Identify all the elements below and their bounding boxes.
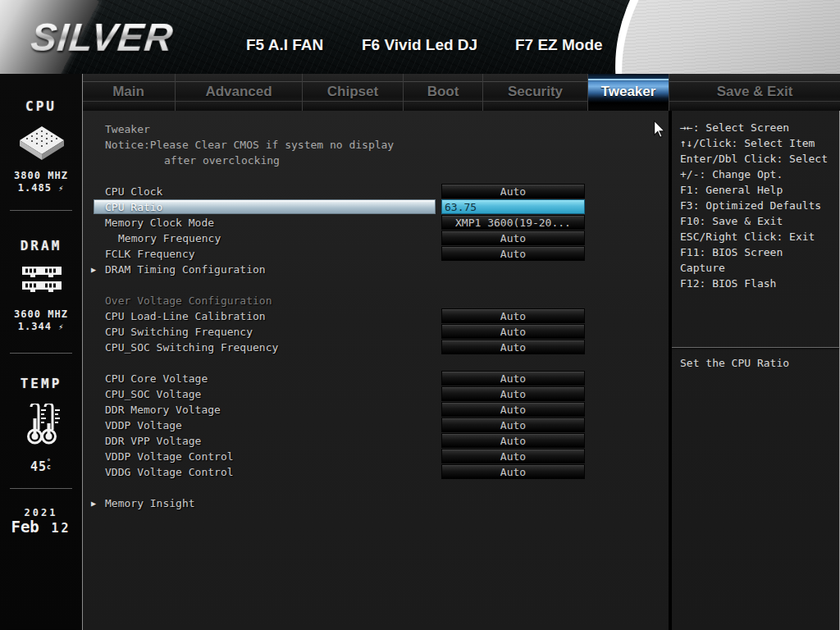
value-box[interactable]: Auto [441,433,585,448]
help-line: ESC/Right Click: Exit [680,231,815,243]
setting-row-vddg-voltage-control[interactable]: VDDG Voltage Control Auto [83,464,669,480]
submenu-row-dram-timing-configuration[interactable]: ▶ DRAM Timing Configuration [83,262,669,277]
value-box[interactable]: Auto [441,386,585,401]
tab-security[interactable]: Security [482,74,587,111]
notice-line-1: Notice:Please Clear CMOS if system no di… [105,139,394,151]
value-box[interactable]: 63.75 [441,199,585,214]
help-panel: →←: Select Screen ↑↓/Click: Select Item … [670,111,840,630]
setting-row-cpu-core-voltage[interactable]: CPU Core Voltage Auto [83,371,669,386]
date-day: 12 [51,521,71,536]
date-month: Feb [11,518,39,536]
help-divider [672,347,839,348]
value-box[interactable]: Auto [441,231,585,245]
help-line: +/-: Change Opt. [680,168,783,180]
dram-section-title: DRAM [0,238,82,253]
cpu-frequency: 3800 MHZ [0,170,82,181]
hotkey-f7-ez-mode[interactable]: F7 EZ Mode [515,36,603,54]
menu-tab-bar: Main Advanced Chipset Boot Security Twea… [82,74,840,111]
setting-row-cpu-clock[interactable]: CPU Clock Auto [83,184,669,199]
setting-row-fclk-frequency[interactable]: FCLK Frequency Auto [83,246,669,262]
cpu-voltage: 1.485 ⚡ [0,182,82,194]
page-title: Tweaker [105,123,150,135]
hotkey-f6-vivid-led-dj[interactable]: F6 Vivid Led DJ [362,36,477,54]
setting-row-cpu-ratio[interactable]: CPU Ratio 63.75 [83,199,669,215]
tab-advanced[interactable]: Advanced [175,74,302,111]
date-month-day: Feb 12 [0,518,82,536]
bolt-icon: ⚡ [58,184,64,193]
value-box[interactable]: Auto [441,371,585,386]
mouse-cursor [653,120,666,139]
date-year: 2021 [0,507,82,518]
setting-row-ddr-vpp-voltage[interactable]: DDR VPP Voltage Auto [83,433,669,449]
value-box[interactable]: Auto [441,324,585,339]
cpu-section-title: CPU [0,98,82,114]
item-description: Set the CPU Ratio [680,357,789,369]
sidebar-divider [10,488,72,489]
value-box[interactable]: Auto [441,246,585,261]
setting-row-memory-frequency[interactable]: Memory Frequency Auto [83,231,669,246]
setting-row-vddp-voltage-control[interactable]: VDDP Voltage Control Auto [83,449,669,464]
hotkey-f5-ai-fan[interactable]: F5 A.I FAN [246,36,323,54]
section-header-over-voltage: Over Voltage Configuration [83,293,669,308]
value-box[interactable]: Auto [441,340,585,354]
setting-row-cpu-load-line-calibration[interactable]: CPU Load-Line Calibration Auto [83,308,669,324]
setting-row-vddp-voltage[interactable]: VDDP Voltage Auto [83,418,669,433]
temperature-readout: 45°c [0,459,82,474]
submenu-arrow-icon: ▶ [91,495,96,511]
help-line: Capture [680,262,725,274]
submenu-row-memory-insight[interactable]: ▶ Memory Insight [83,495,669,511]
help-line: Enter/Dbl Click: Select [680,153,828,165]
tab-boot[interactable]: Boot [403,74,482,111]
notice-line-2: after overclocking [164,154,280,167]
silver-logo: SILVER [29,15,176,60]
bolt-icon: ⚡ [58,322,64,331]
cpu-chip-icon [18,125,66,162]
help-line: F3: Optimized Defaults [680,199,821,212]
value-box[interactable]: Auto [441,418,585,432]
dram-modules-icon [21,266,62,294]
help-line: F10: Save & Exit [680,215,783,227]
tab-chipset[interactable]: Chipset [302,74,403,111]
help-line: ↑↓/Click: Select Item [680,137,815,149]
sidebar-divider [10,353,72,354]
submenu-arrow-icon: ▶ [91,262,96,277]
tab-tweaker[interactable]: Tweaker [587,74,669,111]
temp-section-title: TEMP [0,376,82,391]
thermometer-icon [23,404,61,446]
setting-row-cpu-soc-switching-frequency[interactable]: CPU_SOC Switching Frequency Auto [83,340,669,355]
setting-row-cpu-soc-voltage[interactable]: CPU_SOC Voltage Auto [83,386,669,402]
tab-save-exit[interactable]: Save & Exit [669,74,840,111]
tab-main[interactable]: Main [82,74,175,111]
setting-row-cpu-switching-frequency[interactable]: CPU Switching Frequency Auto [83,324,669,340]
help-line: F11: BIOS Screen [680,246,783,258]
dram-frequency: 3600 MHZ [0,308,82,320]
value-box[interactable]: Auto [441,464,585,479]
value-box[interactable]: Auto [441,308,585,323]
setting-row-memory-clock-mode[interactable]: Memory Clock Mode XMP1 3600(19-20... [83,215,669,231]
value-box[interactable]: Auto [441,184,585,199]
value-box[interactable]: XMP1 3600(19-20... [441,215,585,230]
bios-screen: SILVER F5 A.I FAN F6 Vivid Led DJ F7 EZ … [0,0,840,630]
sidebar-divider [10,210,72,211]
header-banner: SILVER F5 A.I FAN F6 Vivid Led DJ F7 EZ … [0,0,840,74]
value-box[interactable]: Auto [441,402,585,417]
setting-row-ddr-memory-voltage[interactable]: DDR Memory Voltage Auto [83,402,669,418]
dram-voltage: 1.344 ⚡ [0,321,82,332]
settings-panel: Tweaker Notice:Please Clear CMOS if syst… [83,111,669,630]
status-sidebar: CPU 3800 MHZ 1.485 ⚡ DRAM [0,74,83,630]
help-line: F1: General Help [680,184,783,196]
value-box[interactable]: Auto [441,449,585,463]
help-line: →←: Select Screen [680,121,789,134]
help-line: F12: BIOS Flash [680,277,776,290]
